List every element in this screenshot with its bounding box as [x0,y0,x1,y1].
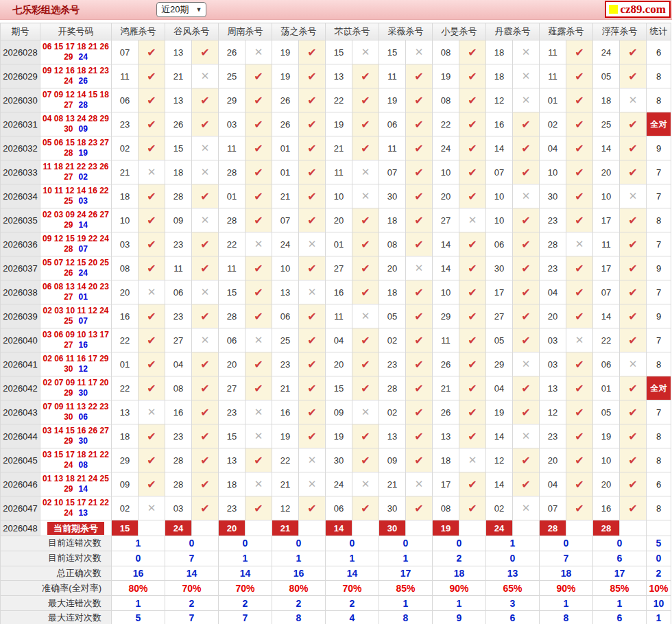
logo-text: cz89.com [620,3,666,16]
summary-row: 总正确次数161414161417181318172 [1,566,671,581]
table-row: 202604102 06 11 16 17 29301201✔04✔20✔23✔… [1,352,671,376]
kill-number-cell: 04 [165,352,192,376]
kill-number-cell: 24 [433,136,459,160]
summary-value-cell: 6 [593,551,647,566]
hit-check-icon: ✔ [620,112,647,136]
kill-number-cell: 24 [593,40,620,64]
kill-number-cell: 30 [379,496,406,520]
table-row: 202604601 13 18 21 24 25291409✔28✔18✕21✕… [1,472,671,496]
winning-numbers-cell: 06 08 13 14 20 232701 [40,280,112,304]
period-cell: 2026029 [1,64,40,88]
kill-number-cell: 03 [112,232,139,256]
hit-check-icon: ✔ [620,496,647,520]
hit-check-icon: ✔ [299,64,326,88]
kill-number-cell: 08 [165,376,192,400]
miss-x-icon: ✕ [620,184,647,208]
special-number: 14 [79,484,88,494]
hit-check-icon: ✔ [459,400,486,424]
special-number: 16 [79,340,88,350]
kill-number-cell: 16 [326,280,352,304]
hit-check-icon: ✔ [459,376,486,400]
stat-cell: 9 [647,136,671,160]
kill-number-cell: 23 [540,256,566,280]
summary-row: 最大连对次数57784896861 [1,610,671,624]
winning-numbers-line1: 11 18 21 22 23 26 [40,162,111,172]
hit-check-icon: ✔ [139,424,165,448]
summary-value-cell: 0 [165,536,219,551]
summary-value-cell: 0 [379,536,433,551]
table-row: 202604403 14 15 16 26 27293018✔23✔15✕19✔… [1,424,671,448]
hit-check-icon: ✔ [192,304,219,328]
kill-number-cell: 16 [165,400,192,424]
period-cell: 2026034 [1,184,40,208]
hit-check-icon: ✔ [139,328,165,352]
miss-x-icon: ✕ [406,256,433,280]
hit-check-icon: ✔ [406,328,433,352]
kill-number-cell: 13 [540,376,566,400]
kill-number-cell: 15 [326,40,352,64]
miss-x-icon: ✕ [513,64,540,88]
winning-numbers-line2: 2807 [40,244,111,254]
special-number: 30 [79,436,88,446]
hit-check-icon: ✔ [513,136,540,160]
kill-number-cell: 13 [326,64,352,88]
current-kill-number-cell: 28 [540,520,566,536]
winning-number-last-red: 29 [64,388,73,398]
kill-number-cell: 23 [540,424,566,448]
winning-numbers-line2: 3006 [40,412,111,422]
hit-check-icon: ✔ [566,280,593,304]
kill-number-cell: 08 [433,88,459,112]
kill-number-cell: 22 [219,232,245,256]
period-cell: 2026043 [1,400,40,424]
kill-number-cell: 15 [219,424,245,448]
hit-check-icon: ✔ [620,400,647,424]
chevron-down-icon: ▼ [195,6,202,13]
winning-number-last-red: 29 [64,484,73,494]
current-stat-empty-cell [647,520,671,536]
table-row: 202603410 11 12 14 16 22250318✔28✔01✔21✔… [1,184,671,208]
kill-number-cell: 08 [379,232,406,256]
current-kill-number-cell: 24 [486,520,513,536]
kill-number-cell: 26 [433,400,459,424]
hit-check-icon: ✔ [192,352,219,376]
kill-number-cell: 10 [486,208,513,232]
special-number: 12 [79,364,88,374]
kill-number-cell: 14 [433,232,459,256]
kill-number-cell: 13 [112,400,139,424]
column-header: 薤露杀号 [540,23,593,40]
summary-value-cell: 16 [272,566,326,581]
hit-check-icon: ✔ [459,280,486,304]
current-kill-number-cell: 24 [165,520,192,536]
winning-numbers-cell: 02 10 15 17 21 222413 [40,496,112,520]
winning-numbers-cell: 07 09 11 13 22 233006 [40,400,112,424]
period-cell: 2026037 [1,256,40,280]
kill-number-cell: 27 [165,328,192,352]
kill-number-cell: 26 [219,40,245,64]
summary-total-cell: 1 [647,610,671,624]
hit-check-icon: ✔ [139,40,165,64]
period-cell: 2026028 [1,40,40,64]
table-row: 202604307 09 11 13 22 23300613✕16✔23✕16✔… [1,400,671,424]
hit-check-icon: ✔ [245,352,272,376]
kill-number-cell: 28 [540,232,566,256]
kill-number-cell: 19 [272,40,299,64]
column-header: 统计 [647,23,671,40]
summary-value-cell: 14 [326,566,379,581]
site-logo[interactable]: cz89.com [605,1,671,18]
kill-number-cell: 01 [326,232,352,256]
hit-check-icon: ✔ [192,112,219,136]
kill-number-cell: 10 [540,160,566,184]
period-range-select[interactable]: 近20期 ▼ [156,2,206,17]
kill-number-cell: 19 [593,424,620,448]
column-header: 小旻杀号 [433,23,486,40]
kill-number-cell: 11 [540,64,566,88]
summary-value-cell: 85% [593,581,647,596]
summary-value-cell: 85% [379,581,433,596]
winning-numbers-cell: 05 07 12 15 20 252624 [40,256,112,280]
summary-value-cell: 6 [593,610,647,624]
winning-numbers-line2: 2408 [40,460,111,470]
kill-number-cell: 25 [219,64,245,88]
period-cell: 2026033 [1,160,40,184]
stat-cell: 6 [647,472,671,496]
winning-numbers-cell: 02 03 10 11 12 242507 [40,304,112,328]
